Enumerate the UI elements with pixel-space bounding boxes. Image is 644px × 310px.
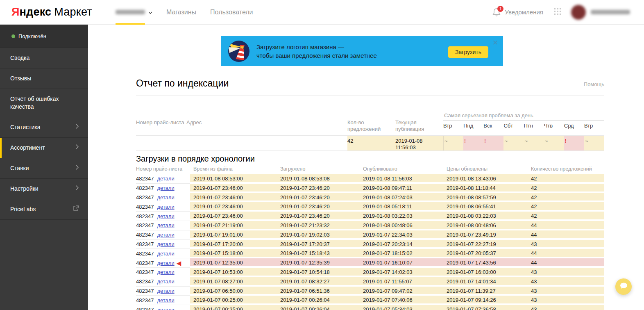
chronology-table: Номер прайс-листаВремя из файлаЗагружено… [136,166,604,310]
pricelist-id: 482347 [136,194,154,201]
table-row: 482347детали2019-01-07 23:46:002019-01-0… [136,202,604,212]
pricelist-id: 482347 [136,222,154,228]
sidebar-item-5[interactable]: Ставки [0,158,88,179]
sidebar-item-7[interactable]: PriceLabs [0,199,88,220]
chronology-table-header: Номер прайс-листаВремя из файлаЗагружено… [136,166,604,174]
loaded-cell: 2019-01-07 00:26:04 [277,305,360,310]
prices-updated-cell: 2019-01-08 03:22:03 [443,212,528,221]
file-time-cell: 2019-01-07 21:19:00 [190,221,277,230]
sidebar-item-label: Сводка [10,54,29,62]
help-link[interactable]: Помощь [584,81,604,87]
details-link[interactable]: детали [157,176,174,182]
pricelist-id-cell: 482347детали [136,174,190,184]
pricelist-id: 482347 [136,297,154,303]
lighthouse-icon [228,41,249,62]
chronology-title: Загрузки в порядке хронологии [136,154,255,164]
pricelist-id: 482347 [136,260,154,266]
banner-close-icon[interactable]: ✕ [492,39,498,47]
sidebar-item-0[interactable]: Сводка [0,48,88,68]
chevron-down-icon [148,9,152,16]
sidebar-item-label: Отзывы [10,75,31,82]
loaded-cell: 2019-01-07 21:23:32 [277,221,360,230]
details-link[interactable]: детали [157,260,174,266]
loaded-cell: 2019-01-07 00:26:04 [277,296,360,305]
prices-updated-cell: 2019-01-07 16:03:00 [443,268,528,277]
prices-updated-cell: 2019-01-08 13:43:06 [443,174,528,184]
offers-count-cell: 43 [528,296,604,305]
day-status-cell-7: ~ [584,136,604,150]
details-link[interactable]: детали [157,232,174,238]
details-link[interactable]: детали [157,297,174,303]
published-cell: 2019-01-07 05:34:03 [360,305,443,310]
offers-count-cell: 42 [528,212,604,221]
notifications-button[interactable]: 1 Уведомления [492,7,543,17]
prices-updated-cell: 2019-01-08 11:18:44 [443,184,528,193]
shop-selector[interactable] [116,0,152,25]
sidebar-item-label: Ассортимент [10,144,45,152]
offers-count-cell: 44 [528,249,604,258]
pricelist-id: 482347 [136,269,154,275]
loaded-cell: 2019-01-07 08:32:27 [277,277,360,287]
file-time-cell: 2019-01-07 23:46:00 [190,212,277,221]
day-status-cell-0: ~ [443,136,463,150]
details-link[interactable]: детали [157,278,174,285]
chronology-col-header-2: Загружено [277,166,360,172]
loaded-cell: 2019-01-07 17:20:37 [277,240,360,249]
table-row: 482347детали2019-01-08 08:53:002019-01-0… [136,174,604,184]
upload-logo-button[interactable]: Загрузить [448,46,488,58]
prices-updated-cell: 2019-01-07 23:49:19 [443,230,528,240]
yandex-market-logo[interactable]: ЯндексМаркет [11,6,92,18]
offers-count-cell: 43 [528,305,604,310]
day-name-7: Втр [584,123,604,129]
days-group-header: Самая серьезная проблема за день ВтрПндВ… [443,112,604,132]
published-cell: 2019-01-08 07:24:03 [360,193,443,203]
details-link[interactable]: детали [157,241,174,247]
sidebar-item-2[interactable]: Отчёт об ошибках качества [0,89,88,117]
table-row: 482347детали2019-01-07 15:18:002019-01-0… [136,249,604,258]
details-link[interactable]: детали [157,307,174,310]
details-link[interactable]: детали [157,269,174,275]
pricelist-id-cell: 482347детали [136,296,190,305]
published-cell: 2019-01-07 07:40:06 [360,296,443,305]
user-name-redacted[interactable] [591,10,630,14]
details-link[interactable]: детали [157,222,174,228]
top-bar: ЯндексМаркет Магазины Пользователи 1 Уве… [0,0,644,25]
sidebar-item-6[interactable]: Настройки [0,179,88,199]
details-link[interactable]: детали [157,213,174,219]
offers-count-cell: 43 [528,240,604,249]
pricelist-id-cell: 482347детали◀ [136,258,190,268]
publication-cell: 2019-01-08 11:56:03 [395,136,443,150]
details-link[interactable]: детали [157,251,174,257]
details-link[interactable]: детали [157,288,174,294]
chat-widget-button[interactable] [615,278,632,295]
pricelist-id-cell: 482347детали [136,202,190,212]
prices-updated-cell: 2019-01-07 20:05:37 [443,249,528,258]
table-row: 482347детали2019-01-07 23:46:002019-01-0… [136,184,604,193]
pricelist-id-cell: 482347детали [136,240,190,249]
pricelist-id-cell: 482347детали [136,221,190,230]
sidebar-item-4[interactable]: Ассортимент [0,138,88,158]
file-time-cell: 2019-01-07 10:53:00 [190,268,277,277]
sidebar-item-label: Отчёт об ошибках качества [10,95,68,111]
tab-shops[interactable]: Магазины [166,9,196,16]
details-link[interactable]: детали [157,194,174,201]
chevron-right-icon [75,123,79,131]
worst-problem-header: Самая серьезная проблема за день [443,112,604,121]
day-name-0: Втр [443,123,463,129]
offers-count-cell: 44 [528,230,604,240]
file-time-cell: 2019-01-07 19:01:00 [190,230,277,240]
user-avatar[interactable] [571,5,586,20]
tab-users[interactable]: Пользователи [210,9,253,16]
offers-count-cell: 42 [528,193,604,203]
day-name-4: Птн [524,123,544,129]
status-label: Подключён [18,33,46,39]
day-status-cell-2: ! [483,136,503,150]
sidebar-item-3[interactable]: Статистика [0,117,88,138]
sidebar-item-1[interactable]: Отзывы [0,68,88,89]
publication-date: 2019-01-08 [395,138,443,144]
details-link[interactable]: детали [157,204,174,210]
published-cell: 2019-01-08 09:47:11 [360,184,443,193]
col-header-address: Адрес [186,112,347,132]
services-grid-icon[interactable] [554,8,561,17]
details-link[interactable]: детали [157,185,174,191]
